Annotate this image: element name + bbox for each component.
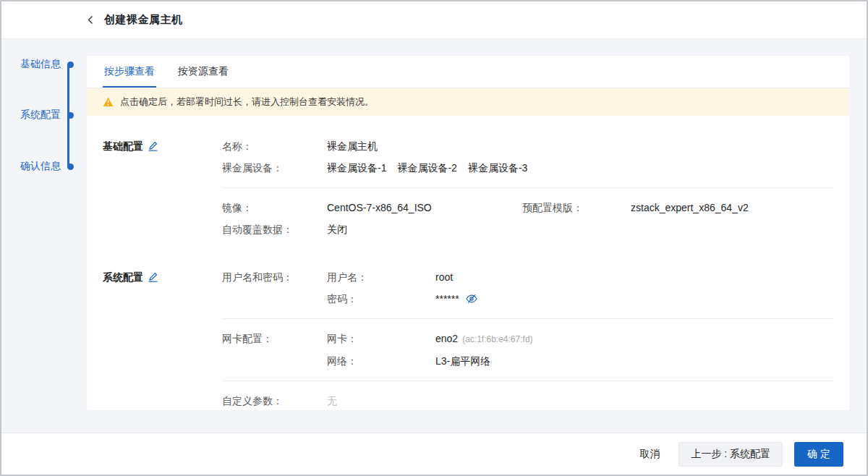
nic-group-label: 网卡配置：	[222, 331, 327, 346]
review-content: 基础配置 名称： 裸金属主机 裸金属设备： 裸金属设备-1 裸金属设备-	[87, 116, 849, 412]
name-value: 裸金属主机	[327, 139, 378, 153]
credentials-label: 用户名和密码：	[222, 270, 327, 284]
devices-list: 裸金属设备-1 裸金属设备-2 裸金属设备-3	[327, 161, 527, 175]
divider	[222, 381, 833, 381]
row-username: 系统配置 用户名和密码： 用户名： root	[103, 266, 833, 288]
template-label: 预配置模版：	[522, 200, 631, 215]
row-name: 基础配置 名称： 裸金属主机	[103, 135, 833, 157]
edit-basic-config-icon[interactable]	[148, 141, 158, 151]
username-value: root	[435, 270, 453, 284]
name-label: 名称：	[222, 139, 327, 153]
edit-system-config-icon[interactable]	[148, 272, 158, 282]
device-tag: 裸金属设备-3	[468, 161, 527, 175]
network-label: 网络：	[327, 354, 435, 368]
nic-mac-address: (ac:1f:6b:e4:67:fd)	[462, 334, 532, 344]
row-nic: 网卡配置： 网卡： eno2(ac:1f:6b:e4:67:fd)	[103, 328, 833, 350]
device-tag: 裸金属设备-2	[397, 161, 456, 175]
row-devices: 裸金属设备： 裸金属设备-1 裸金属设备-2 裸金属设备-3	[103, 157, 833, 179]
network-value: L3-扁平网络	[435, 354, 490, 368]
device-tag: 裸金属设备-1	[327, 161, 386, 175]
row-custom-params: 自定义参数： 无	[103, 390, 833, 412]
devices-label: 裸金属设备：	[222, 161, 327, 175]
password-value-wrap: ******	[435, 292, 477, 306]
step-dot	[67, 112, 74, 119]
nic-value-wrap: eno2(ac:1f:6b:e4:67:fd)	[435, 331, 533, 347]
page-title: 创建裸金属主机	[104, 13, 183, 27]
tab-view-by-step[interactable]: 按步骤查看	[103, 56, 156, 88]
section-system-config: 系统配置	[103, 270, 222, 284]
row-image-template: 镜像： CentOS-7-x86_64_ISO 预配置模版： zstack_ex…	[103, 197, 833, 218]
step-system-config[interactable]: 系统配置	[20, 108, 74, 122]
image-label: 镜像：	[222, 200, 327, 215]
custom-params-label: 自定义参数：	[222, 394, 327, 408]
template-value: zstack_expert_x86_64_v2	[631, 200, 749, 215]
tab-view-by-resource[interactable]: 按资源查看	[176, 56, 230, 88]
overwrite-label: 自动覆盖数据：	[222, 222, 327, 237]
eye-invisible-icon[interactable]	[466, 294, 477, 304]
review-card: 按步骤查看 按资源查看 点击确定后，若部署时间过长，请进入控制台查看安装情况。 …	[87, 56, 849, 410]
view-tabs: 按步骤查看 按资源查看	[87, 56, 849, 88]
prev-step-button[interactable]: 上一步 : 系统配置	[678, 442, 783, 467]
warning-icon	[103, 97, 114, 107]
page-header: 创建裸金属主机	[1, 1, 867, 39]
row-password: 密码： ******	[103, 288, 833, 310]
section-basic-config-title: 基础配置	[103, 139, 143, 153]
password-masked-value: ******	[435, 292, 459, 306]
step-dot	[67, 61, 74, 68]
divider	[222, 187, 833, 188]
deploy-warning-alert: 点击确定后，若部署时间过长，请进入控制台查看安装情况。	[87, 88, 849, 116]
overwrite-value: 关闭	[327, 222, 347, 237]
custom-params-value: 无	[327, 394, 337, 408]
section-system-config-title: 系统配置	[103, 270, 143, 284]
password-label: 密码：	[327, 292, 435, 306]
section-basic-config: 基础配置	[103, 139, 222, 153]
username-label: 用户名：	[327, 270, 435, 284]
nic-label: 网卡：	[327, 331, 435, 346]
image-value: CentOS-7-x86_64_ISO	[327, 200, 522, 215]
step-system-config-label: 系统配置	[20, 109, 61, 122]
step-confirm-info-label: 确认信息	[20, 160, 61, 173]
row-network: 网络： L3-扁平网络	[103, 350, 833, 372]
step-basic-info-label: 基础信息	[20, 58, 61, 71]
back-icon[interactable]	[86, 15, 95, 25]
step-dot	[67, 163, 74, 170]
confirm-button[interactable]: 确 定	[794, 442, 843, 467]
create-baremetal-host-page: 创建裸金属主机 基础信息 系统配置 确认信息 按步骤查看 按资源查看	[0, 0, 868, 476]
step-basic-info[interactable]: 基础信息	[20, 57, 74, 72]
cancel-button[interactable]: 取消	[639, 448, 660, 461]
divider	[222, 318, 833, 319]
step-confirm-info[interactable]: 确认信息	[20, 159, 74, 174]
warning-message: 点击确定后，若部署时间过长，请进入控制台查看安装情况。	[120, 95, 374, 109]
row-overwrite: 自动覆盖数据： 关闭	[103, 218, 833, 240]
footer-action-bar: 取消 上一步 : 系统配置 确 定	[1, 433, 867, 475]
nic-value: eno2	[435, 333, 458, 344]
